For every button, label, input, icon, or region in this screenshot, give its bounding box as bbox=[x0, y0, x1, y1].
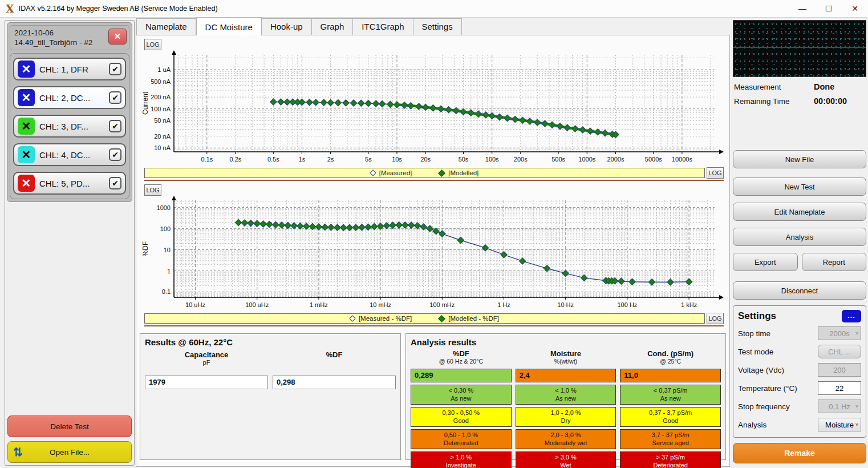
minimize-button[interactable]: — bbox=[789, 0, 816, 17]
svg-text:Current: Current bbox=[141, 91, 149, 115]
channel-x-icon: ✕ bbox=[18, 175, 35, 192]
tab-hook-up[interactable]: Hook-up bbox=[262, 18, 312, 35]
log-scale-button[interactable]: LOG bbox=[707, 313, 724, 324]
scope-trace bbox=[733, 47, 866, 48]
svg-text:0.5s: 0.5s bbox=[267, 156, 279, 163]
result-header-unit bbox=[273, 359, 396, 368]
svg-text:1 kHz: 1 kHz bbox=[681, 301, 697, 308]
measurement-status: Done bbox=[814, 82, 865, 91]
remake-button[interactable]: Remake bbox=[733, 443, 866, 463]
disconnect-button[interactable]: Disconnect bbox=[733, 281, 866, 300]
analysis-value: 11,0 bbox=[620, 369, 721, 382]
tab-nameplate[interactable]: Nameplate bbox=[136, 18, 196, 35]
temperature-c-input[interactable]: 22 bbox=[818, 381, 861, 395]
analysis-category-cell: 2,0 - 3,0 %Moderately wet bbox=[516, 429, 616, 449]
results-title: Results @ 60Hz, 22°C bbox=[145, 337, 396, 347]
svg-text:100 nA: 100 nA bbox=[151, 106, 171, 112]
svg-text:10: 10 bbox=[164, 247, 171, 253]
svg-text:5000s: 5000s bbox=[645, 156, 662, 163]
export-button[interactable]: Export bbox=[733, 253, 798, 271]
analysis-select[interactable]: Moisture˅ bbox=[818, 418, 861, 431]
svg-text:2000s: 2000s bbox=[607, 156, 624, 163]
analysis-category-cell: 0,30 - 0,50 %Good bbox=[411, 407, 512, 427]
svg-text:100 Hz: 100 Hz bbox=[617, 301, 637, 308]
measurement-label: Measurement bbox=[734, 83, 814, 91]
analysis-header: %DF bbox=[411, 349, 512, 358]
result-header-label: Capacitance bbox=[145, 350, 268, 359]
analysis-button[interactable]: Analysis bbox=[733, 228, 866, 246]
close-button[interactable]: ✕ bbox=[842, 0, 868, 17]
analysis-title: Analysis results bbox=[411, 337, 721, 347]
app-logo-icon: X bbox=[6, 2, 14, 15]
settings-label: Voltage (Vdc) bbox=[738, 366, 784, 374]
legend-label: [Modelled] bbox=[448, 170, 478, 176]
title-bar: X IDAX v5.2.164 by Megger Sweden AB (Ser… bbox=[0, 0, 868, 18]
svg-text:1000: 1000 bbox=[157, 204, 171, 211]
channel-checkbox[interactable]: ✔ bbox=[109, 148, 121, 161]
channel-button-1[interactable]: ✕CHL: 1, DFR✔ bbox=[13, 58, 126, 80]
modelled-marker-icon bbox=[438, 315, 445, 322]
analysis-column-df: %DF@ 60 Hz & 20°C0,289< 0,30 %As new0,30… bbox=[411, 349, 512, 468]
test-date: 2021-10-06 bbox=[14, 28, 109, 38]
log-scale-button[interactable]: LOG bbox=[144, 184, 161, 196]
tab-dc-moisture[interactable]: DC Moisture bbox=[196, 17, 262, 35]
log-scale-button[interactable]: LOG bbox=[144, 39, 161, 50]
channel-button-2[interactable]: ✕CHL: 2, DC...✔ bbox=[13, 86, 126, 109]
chevron-down-icon: ˅ bbox=[855, 404, 858, 409]
test-mode-button: CHL ... bbox=[818, 345, 861, 358]
log-scale-button[interactable]: LOG bbox=[707, 167, 724, 179]
remaining-time-label: Remaining Time bbox=[734, 97, 814, 106]
scope-display bbox=[733, 20, 866, 77]
analysis-category-cell: > 1,0 %Investigate bbox=[411, 451, 512, 468]
tab-settings[interactable]: Settings bbox=[413, 18, 462, 35]
tab-itc1graph[interactable]: ITC1Graph bbox=[353, 18, 413, 35]
open-file-button[interactable]: ⇄ Open File... bbox=[7, 441, 132, 463]
channel-checkbox[interactable]: ✔ bbox=[109, 63, 121, 75]
channel-button-3[interactable]: ✕CHL: 3, DF...✔ bbox=[13, 115, 126, 138]
channel-list: ✕CHL: 1, DFR✔✕CHL: 2, DC...✔✕CHL: 3, DF.… bbox=[10, 53, 129, 199]
report-button[interactable]: Report bbox=[802, 253, 867, 271]
close-test-button[interactable]: ✕ bbox=[108, 29, 127, 45]
analysis-subheader: @ 60 Hz & 20°C bbox=[411, 358, 512, 366]
settings-more-button[interactable]: ... bbox=[842, 310, 861, 322]
analysis-box: Analysis results %DF@ 60 Hz & 20°C0,289<… bbox=[405, 333, 726, 460]
channel-x-icon: ✕ bbox=[18, 60, 35, 78]
tab-bar: NameplateDC MoistureHook-upGraphITC1Grap… bbox=[136, 18, 730, 35]
legend-item-modelled: [Modelled] bbox=[439, 170, 478, 176]
analysis-category-cell: 1,0 - 2,0 %Dry bbox=[516, 407, 616, 427]
delete-test-button[interactable]: Delete Test bbox=[7, 415, 132, 437]
settings-label: Stop frequency bbox=[738, 402, 790, 411]
analysis-subheader: %(wt/wt) bbox=[516, 358, 616, 366]
channel-checkbox[interactable]: ✔ bbox=[109, 177, 121, 189]
new-test-button[interactable]: New Test bbox=[733, 177, 866, 196]
right-panel: Measurement Done Remaining Time 00:00:00… bbox=[733, 20, 866, 466]
remaining-time-value: 00:00:00 bbox=[814, 96, 865, 106]
chevron-down-icon: ˅ bbox=[855, 330, 858, 336]
svg-text:1 Hz: 1 Hz bbox=[497, 301, 510, 308]
settings-row-stop-time: Stop time2000s˅ bbox=[738, 324, 861, 342]
tab-graph[interactable]: Graph bbox=[312, 18, 354, 35]
chevron-down-icon: ˅ bbox=[855, 422, 858, 427]
svg-text:5s: 5s bbox=[365, 156, 372, 163]
settings-group: Settings ... Stop time2000s˅Test modeCHL… bbox=[733, 305, 866, 438]
channel-button-4[interactable]: ✕CHL: 4, DC...✔ bbox=[13, 143, 126, 166]
channel-button-5[interactable]: ✕CHL: 5, PD...✔ bbox=[13, 172, 126, 195]
edit-nameplate-button[interactable]: Edit Nameplate bbox=[733, 203, 866, 221]
current-chart-panel: LOG0.1s0.2s0.5s1s2s5s10s20s50s100s200s50… bbox=[140, 38, 726, 181]
svg-text:0.2s: 0.2s bbox=[230, 156, 242, 163]
svg-text:1 mHz: 1 mHz bbox=[310, 301, 328, 308]
df-vs-frequency-chart: 10 uHz100 uHz1 mHz10 mHz100 mHz1 Hz10 Hz… bbox=[140, 196, 724, 313]
new-file-button[interactable]: New File bbox=[733, 150, 866, 168]
channel-checkbox[interactable]: ✔ bbox=[109, 91, 121, 104]
test-header: 2021-10-06 14.49_till_Torbjörn - #2 ✕ bbox=[10, 25, 129, 50]
legend-item-measured: [Measured] bbox=[371, 170, 412, 176]
results-box: Results @ 60Hz, 22°C CapacitancepF%DF 19… bbox=[140, 333, 401, 460]
test-name: 14.49_till_Torbjörn - #2 bbox=[14, 38, 109, 47]
settings-row-voltage-vdc: Voltage (Vdc)200 bbox=[738, 361, 861, 379]
channel-checkbox[interactable]: ✔ bbox=[109, 120, 121, 132]
maximize-button[interactable]: ☐ bbox=[816, 0, 842, 17]
analysis-column-moisture: Moisture%(wt/wt)2,4< 1,0 %As new1,0 - 2,… bbox=[516, 349, 616, 468]
svg-text:100: 100 bbox=[160, 225, 171, 232]
measured-marker-icon bbox=[349, 315, 355, 321]
chart-separator bbox=[144, 325, 724, 326]
